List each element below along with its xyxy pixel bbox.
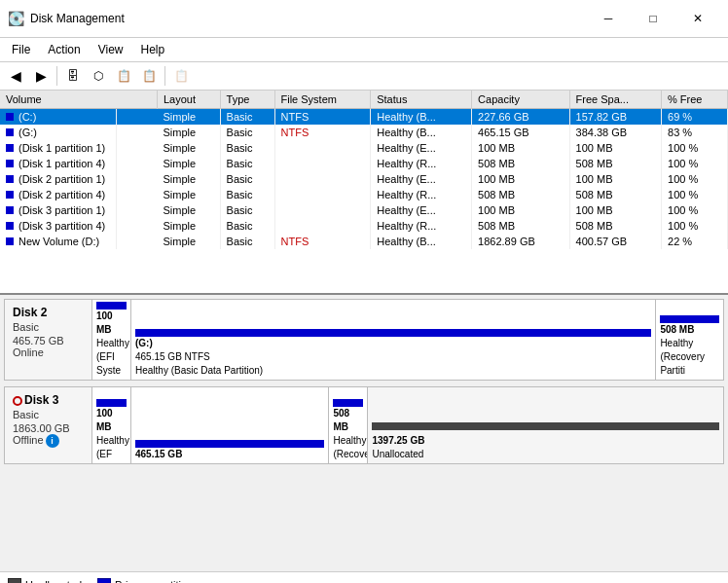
partition-content: 508 MB Healthy (Recove [333,407,363,461]
col-filesystem[interactable]: File System [274,91,371,109]
legend-primary-label: Primary partition [115,579,193,583]
table-row[interactable]: (Disk 3 partition 1) Simple Basic Health… [0,202,728,218]
cell-type: Basic [220,125,274,140]
partition-2[interactable]: 508 MB Healthy (Recovery Partiti [656,300,723,380]
cell-status: Healthy (R... [371,218,472,234]
partition-sublabel: Healthy (EFI Syste [96,337,127,378]
cell-pct: 100 % [662,218,728,234]
partition-header [135,440,324,448]
legend: Unallocated Primary partition [0,571,728,583]
partition-0[interactable]: 100 MB Healthy (EF [92,387,131,463]
cell-status: Healthy (B... [371,234,472,249]
close-button[interactable]: ✕ [675,6,720,31]
table-row[interactable]: (C:) Simple Basic NTFS Healthy (B... 227… [0,109,728,126]
forward-button[interactable]: ▶ [29,65,53,87]
col-pctfree[interactable]: % Free [662,91,728,109]
disk-name: Disk 3 [13,393,84,407]
info-icon[interactable]: i [46,434,59,448]
partition-label: 100 MB [96,310,127,337]
col-status[interactable]: Status [371,91,472,109]
cell-type: Basic [220,218,274,234]
cell-status: Healthy (R... [371,156,472,171]
partition-label: 465.15 GB [135,448,324,461]
table-row[interactable]: (Disk 1 partition 1) Simple Basic Health… [0,140,728,156]
col-type[interactable]: Type [220,91,274,109]
legend-primary: Primary partition [97,578,193,583]
toolbar-btn-3[interactable]: 📋 [112,65,135,87]
partition-header [135,329,651,337]
cell-fs [274,187,371,202]
table-row[interactable]: (G:) Simple Basic NTFS Healthy (B... 465… [0,125,728,140]
partition-label: (G:) [135,337,651,350]
cell-volume: New Volume (D:) [0,234,117,249]
disk-area[interactable]: Disk 2 Basic 465.75 GB Online 100 MB Hea… [0,295,728,571]
partition-content: 465.15 GB [135,448,324,461]
disk-type: Basic [13,321,84,333]
cell-volume: (G:) [0,125,117,140]
table-row[interactable]: (Disk 1 partition 4) Simple Basic Health… [0,156,728,171]
cell-status: Healthy (E... [371,171,472,187]
menu-action[interactable]: Action [40,40,88,59]
disk-area-wrapper: Disk 2 Basic 465.75 GB Online 100 MB Hea… [0,295,728,583]
table-row[interactable]: (Disk 2 partition 1) Simple Basic Health… [0,171,728,187]
cell-volume: (Disk 2 partition 1) [0,171,117,187]
col-capacity[interactable]: Capacity [472,91,569,109]
disk-block-disk2[interactable]: Disk 2 Basic 465.75 GB Online 100 MB Hea… [4,299,724,381]
toolbar-btn-2[interactable]: ⬡ [87,65,110,87]
partition-0[interactable]: 100 MB Healthy (EFI Syste [92,300,131,380]
cell-volume: (Disk 1 partition 1) [0,140,117,156]
toolbar-btn-5[interactable]: 📋 [169,65,193,87]
toolbar-btn-4[interactable]: 📋 [137,65,161,87]
partition-3[interactable]: 1397.25 GB Unallocated [368,387,723,463]
cell-type: Basic [220,202,274,218]
menu-file[interactable]: File [4,40,38,59]
back-button[interactable]: ◀ [4,65,27,87]
cell-fs: NTFS [274,109,371,126]
maximize-button[interactable]: □ [631,6,675,31]
menu-help[interactable]: Help [133,40,173,59]
toolbar-separator-2 [164,66,165,86]
legend-unallocated-box [8,578,21,583]
cell-free: 100 MB [569,171,661,187]
partition-1[interactable]: 465.15 GB [131,387,329,463]
table-row[interactable]: New Volume (D:) Simple Basic NTFS Health… [0,234,728,249]
cell-capacity: 508 MB [472,156,569,171]
cell-fs [274,156,371,171]
cell-layout: Simple [157,202,220,218]
cell-fs [274,140,371,156]
title-bar-left: 💽 Disk Management [8,11,125,26]
disk-status: Offlinei [13,434,84,448]
cell-pct: 100 % [662,156,728,171]
legend-primary-box [97,578,111,583]
table-row[interactable]: (Disk 2 partition 4) Simple Basic Health… [0,187,728,202]
volumes-table: Volume Layout Type File System Status Ca… [0,91,728,249]
col-freespace[interactable]: Free Spa... [569,91,661,109]
cell-free: 384.38 GB [569,125,661,140]
cell-volume: (C:) [0,109,117,125]
partition-1[interactable]: (G:) 465.15 GB NTFS Healthy (Basic Data … [131,300,656,380]
cell-capacity: 508 MB [472,218,569,234]
toolbar-btn-1[interactable]: 🗄 [61,65,85,87]
minimize-button[interactable]: ─ [586,6,631,31]
disk-partitions-disk3: 100 MB Healthy (EF 465.15 GB 508 MB Heal… [92,387,723,463]
table-row[interactable]: (Disk 3 partition 4) Simple Basic Health… [0,218,728,234]
table-area[interactable]: Volume Layout Type File System Status Ca… [0,91,728,295]
partition-sublabel: Healthy (Recovery Partiti [660,337,719,378]
cell-layout: Simple [157,187,220,202]
partition-header [660,315,719,323]
cell-capacity: 227.66 GB [472,109,569,126]
col-layout[interactable]: Layout [157,91,220,109]
cell-layout: Simple [157,171,220,187]
cell-layout: Simple [157,125,220,140]
title-bar-controls: ─ □ ✕ [586,6,720,31]
disk-block-disk3[interactable]: Disk 3 Basic 1863.00 GB Offlinei 100 MB … [4,386,724,464]
col-volume[interactable]: Volume [0,91,157,109]
disk-size: 465.75 GB [13,335,84,346]
menu-view[interactable]: View [91,40,131,59]
partition-header [96,399,127,407]
cell-status: Healthy (B... [371,125,472,140]
partition-2[interactable]: 508 MB Healthy (Recove [329,387,368,463]
cell-pct: 100 % [662,202,728,218]
cell-volume: (Disk 3 partition 4) [0,218,117,234]
partition-label: 1397.25 GB [372,434,719,448]
